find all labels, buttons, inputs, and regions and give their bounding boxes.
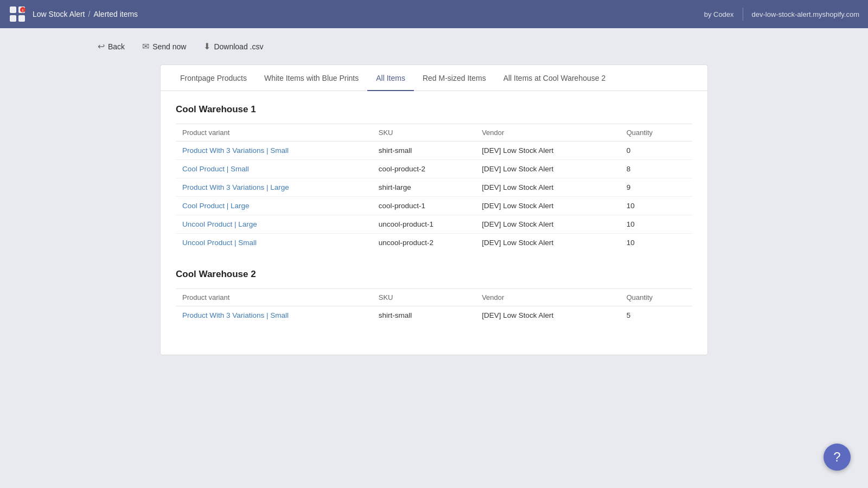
send-now-label: Send now xyxy=(152,42,186,51)
product-variant-cell: Uncool Product | Large xyxy=(176,215,372,234)
product-variant-link[interactable]: Cool Product | Small xyxy=(182,165,249,173)
svg-rect-3 xyxy=(18,15,25,22)
quantity-cell: 10 xyxy=(620,215,692,234)
breadcrumb: Low Stock Alert / Alerted items xyxy=(33,10,138,18)
svg-rect-2 xyxy=(10,15,16,22)
by-label: by Codex xyxy=(704,10,734,18)
store-url: dev-low-stock-alert.myshopify.com xyxy=(752,10,859,18)
app-name: Low Stock Alert xyxy=(33,10,85,18)
quantity-cell: 8 xyxy=(620,160,692,178)
help-fab-button[interactable]: ? xyxy=(824,444,851,471)
vendor-cell: [DEV] Low Stock Alert xyxy=(475,197,620,215)
vendor-cell: [DEV] Low Stock Alert xyxy=(475,306,620,325)
table-header-row: Product variant SKU Vendor Quantity xyxy=(176,289,692,306)
toolbar: ↩ Back ✉ Send now ⬇ Download .csv xyxy=(0,28,868,65)
table-header-row: Product variant SKU Vendor Quantity xyxy=(176,124,692,142)
col-header-product: Product variant xyxy=(176,124,372,142)
warehouse-2-section: Cool Warehouse 2 Product variant SKU Ven… xyxy=(176,269,692,324)
sku-cell: shirt-small xyxy=(372,306,475,325)
product-variant-link[interactable]: Product With 3 Variations | Small xyxy=(182,146,289,155)
table-row: Cool Product | Small cool-product-2 [DEV… xyxy=(176,160,692,178)
table-row: Product With 3 Variations | Small shirt-… xyxy=(176,306,692,325)
vendor-cell: [DEV] Low Stock Alert xyxy=(475,234,620,252)
product-variant-link[interactable]: Uncool Product | Small xyxy=(182,239,257,247)
email-icon: ✉ xyxy=(142,41,149,52)
tab-red-items[interactable]: Red M-sized Items xyxy=(414,65,495,91)
sku-cell: uncool-product-1 xyxy=(372,215,475,234)
sku-cell: shirt-large xyxy=(372,178,475,197)
breadcrumb-separator: / xyxy=(88,10,91,18)
product-variant-link[interactable]: Product With 3 Variations | Small xyxy=(182,311,289,319)
header-left: ! Low Stock Alert / Alerted items xyxy=(9,5,138,23)
app-header: ! Low Stock Alert / Alerted items by Cod… xyxy=(0,0,868,28)
warehouse-1-title: Cool Warehouse 1 xyxy=(176,104,692,115)
col-header-quantity: Quantity xyxy=(620,124,692,142)
vendor-cell: [DEV] Low Stock Alert xyxy=(475,178,620,197)
warehouse-1-section: Cool Warehouse 1 Product variant SKU Ven… xyxy=(176,104,692,252)
table-row: Cool Product | Large cool-product-1 [DEV… xyxy=(176,197,692,215)
col-header-sku: SKU xyxy=(372,289,475,306)
product-variant-cell: Cool Product | Small xyxy=(176,160,372,178)
product-variant-link[interactable]: Uncool Product | Large xyxy=(182,220,257,228)
tab-content: Cool Warehouse 1 Product variant SKU Ven… xyxy=(161,91,707,355)
col-header-quantity: Quantity xyxy=(620,289,692,306)
svg-text:!: ! xyxy=(22,8,24,13)
back-button[interactable]: ↩ Back xyxy=(98,39,125,54)
sku-cell: cool-product-2 xyxy=(372,160,475,178)
sku-cell: shirt-small xyxy=(372,142,475,160)
sku-cell: cool-product-1 xyxy=(372,197,475,215)
vendor-cell: [DEV] Low Stock Alert xyxy=(475,215,620,234)
content-card: Frontpage Products White Items with Blue… xyxy=(160,65,708,355)
col-header-vendor: Vendor xyxy=(475,124,620,142)
table-row: Uncool Product | Large uncool-product-1 … xyxy=(176,215,692,234)
warehouse-2-title: Cool Warehouse 2 xyxy=(176,269,692,280)
vendor-cell: [DEV] Low Stock Alert xyxy=(475,160,620,178)
quantity-cell: 5 xyxy=(620,306,692,325)
back-label: Back xyxy=(108,42,125,51)
download-csv-button[interactable]: ⬇ Download .csv xyxy=(203,39,263,54)
help-icon: ? xyxy=(833,450,840,465)
product-variant-cell: Uncool Product | Small xyxy=(176,234,372,252)
warehouse-2-table: Product variant SKU Vendor Quantity Prod… xyxy=(176,288,692,324)
quantity-cell: 0 xyxy=(620,142,692,160)
quantity-cell: 10 xyxy=(620,197,692,215)
tab-bar: Frontpage Products White Items with Blue… xyxy=(161,65,707,91)
tab-all-items[interactable]: All Items xyxy=(367,65,414,91)
sku-cell: uncool-product-2 xyxy=(372,234,475,252)
product-variant-link[interactable]: Cool Product | Large xyxy=(182,202,250,210)
warehouse-1-table: Product variant SKU Vendor Quantity Prod… xyxy=(176,124,692,252)
quantity-cell: 10 xyxy=(620,234,692,252)
quantity-cell: 9 xyxy=(620,178,692,197)
header-divider xyxy=(743,8,743,21)
tab-white-items[interactable]: White Items with Blue Prints xyxy=(256,65,367,91)
table-row: Product With 3 Variations | Small shirt-… xyxy=(176,142,692,160)
send-now-button[interactable]: ✉ Send now xyxy=(142,39,186,54)
table-row: Uncool Product | Small uncool-product-2 … xyxy=(176,234,692,252)
download-icon: ⬇ xyxy=(203,41,210,52)
col-header-sku: SKU xyxy=(372,124,475,142)
download-label: Download .csv xyxy=(214,42,263,51)
back-icon: ↩ xyxy=(98,41,105,52)
main-content: Frontpage Products White Items with Blue… xyxy=(0,65,868,355)
product-variant-cell: Cool Product | Large xyxy=(176,197,372,215)
product-variant-cell: Product With 3 Variations | Large xyxy=(176,178,372,197)
tab-frontpage-products[interactable]: Frontpage Products xyxy=(171,65,256,91)
product-variant-cell: Product With 3 Variations | Small xyxy=(176,142,372,160)
tab-cool-warehouse-2[interactable]: All Items at Cool Warehouse 2 xyxy=(495,65,615,91)
svg-rect-0 xyxy=(10,7,16,13)
product-variant-link[interactable]: Product With 3 Variations | Large xyxy=(182,183,289,191)
table-row: Product With 3 Variations | Large shirt-… xyxy=(176,178,692,197)
vendor-cell: [DEV] Low Stock Alert xyxy=(475,142,620,160)
col-header-product: Product variant xyxy=(176,289,372,306)
header-right: by Codex dev-low-stock-alert.myshopify.c… xyxy=(704,8,859,21)
app-logo: ! xyxy=(9,5,26,23)
col-header-vendor: Vendor xyxy=(475,289,620,306)
product-variant-cell: Product With 3 Variations | Small xyxy=(176,306,372,325)
page-title: Alerted items xyxy=(93,10,138,18)
